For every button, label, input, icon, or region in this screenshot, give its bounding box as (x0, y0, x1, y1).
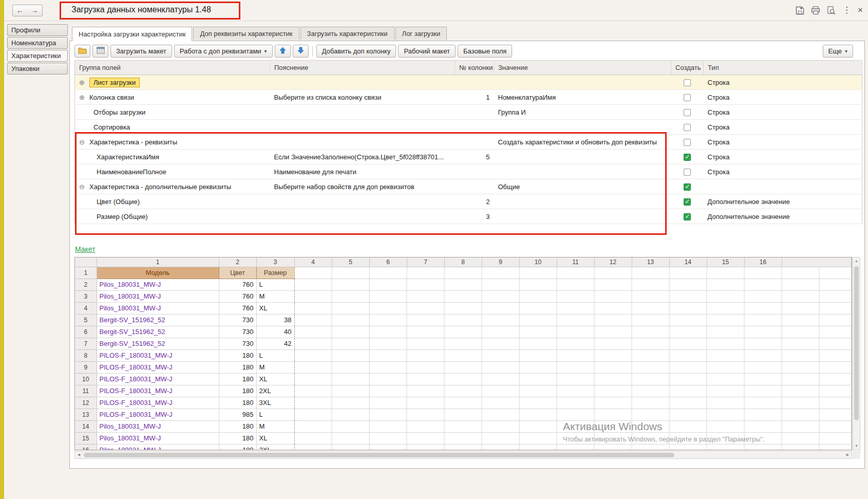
group-cell[interactable]: НаименованиеПолное (75, 164, 270, 179)
table-row[interactable]: Сортировка Строка (75, 120, 862, 135)
sheet-cell-color[interactable]: 180 (219, 444, 256, 450)
work-with-attrs-button[interactable]: Работа с доп реквизитами▾ (174, 45, 273, 58)
create-checkbox[interactable] (684, 169, 691, 176)
sheet-col-header[interactable]: 13 (632, 257, 669, 267)
tab-log-zagruzki[interactable]: Лог загрузки (395, 27, 447, 40)
sheet-cell-model[interactable]: PILOS-F_180031_MW-J (97, 361, 219, 373)
table-row[interactable]: ХарактеристикаИмя Если ЗначениеЗаполнено… (75, 150, 862, 164)
sidebar-item-profili[interactable]: Профили (7, 24, 68, 36)
tab-zagruzit-harakteristiki[interactable]: Загрузить характеристики (300, 27, 394, 40)
sheet-cell-color[interactable]: 180 (219, 397, 256, 409)
show-layout-button[interactable] (92, 45, 108, 58)
sheet-cell-model[interactable]: Bergit-SV_151962_52 (97, 338, 219, 349)
sheet-cell-size[interactable]: XL (256, 302, 294, 314)
sheet-cell-model[interactable]: Pilos_180031_MW-J (97, 279, 219, 290)
sheet-row[interactable]: 7 Bergit-SV_151962_52 730 42 (75, 338, 851, 349)
sheet-empty-cells[interactable] (294, 420, 851, 432)
move-up-button[interactable] (275, 45, 291, 58)
sidebar-item-upakovki[interactable]: Упаковки (7, 63, 68, 75)
sheet-row[interactable]: 14 Pilos_180031_MW-J 180 M (75, 420, 851, 432)
sheet-row-number[interactable]: 13 (75, 409, 97, 420)
tab-dop-rekvizity[interactable]: Доп реквизиты характеристик (193, 27, 299, 40)
sheet-col-header[interactable]: 16 (744, 257, 782, 267)
sheet-row-number[interactable]: 10 (75, 373, 97, 385)
selected-cell-highlight[interactable]: Лист загрузки (89, 78, 140, 87)
value-cell[interactable]: Общие (494, 179, 671, 194)
sheet-row-number[interactable]: 11 (75, 385, 97, 397)
sheet-cell-size[interactable]: 38 (256, 314, 294, 326)
note-cell[interactable]: Выберите набор свойств для доп реквизито… (270, 179, 455, 194)
sheet-cell-color[interactable]: 180 (219, 432, 256, 444)
sheet-empty-cells[interactable] (294, 397, 851, 409)
scroll-down-icon[interactable]: ▼ (853, 442, 860, 450)
working-layout-button[interactable]: Рабочий макет (398, 45, 456, 58)
expand-plus-icon[interactable]: ⊕ (79, 94, 87, 101)
sheet-row[interactable]: 12 PILOS-F_180031_MW-J 180 3XL (75, 397, 851, 409)
colnum-cell[interactable]: 3 (455, 209, 494, 224)
sheet-row[interactable]: 16 Pilos_180031_MW-J 180 2XL (75, 444, 851, 450)
sheet-row[interactable]: 1 Модель Цвет Размер (75, 267, 851, 279)
table-row[interactable]: ⊕Лист загрузки Строка (75, 75, 862, 90)
vertical-scroll-thumb[interactable] (854, 266, 859, 420)
sheet-row[interactable]: 13 PILOS-F_180031_MW-J 985 L (75, 409, 851, 420)
value-cell[interactable]: НоменклатураИмя (494, 90, 671, 105)
sheet-row[interactable]: 3 Pilos_180031_MW-J 760 M (75, 290, 851, 302)
more-button[interactable]: Еще▾ (823, 45, 853, 58)
sheet-col-header[interactable]: 5 (332, 257, 369, 267)
sheet-empty-cells[interactable] (294, 361, 851, 373)
sheet-row[interactable]: 2 Pilos_180031_MW-J 760 L (75, 279, 851, 290)
sheet-row-number[interactable]: 16 (75, 444, 97, 450)
sheet-col-header[interactable]: 3 (256, 257, 294, 267)
expand-plus-icon[interactable]: ⊕ (79, 79, 87, 86)
group-cell[interactable]: ХарактеристикаИмя (75, 150, 270, 164)
sheet-cell-model[interactable]: Pilos_180031_MW-J (97, 420, 219, 432)
create-checkbox[interactable] (684, 139, 691, 146)
sheet-row[interactable]: 9 PILOS-F_180031_MW-J 180 M (75, 361, 851, 373)
sheet-cell-color[interactable]: 180 (219, 385, 256, 397)
sheet-row[interactable]: 4 Pilos_180031_MW-J 760 XL (75, 302, 851, 314)
close-icon[interactable]: × (858, 5, 863, 15)
table-row[interactable]: ⊕Колонка связи Выберите из списка колонк… (75, 90, 862, 105)
sheet-row-number[interactable]: 14 (75, 420, 97, 432)
sheet-cell-size[interactable]: XL (256, 373, 294, 385)
note-cell[interactable]: Если ЗначениеЗаполнено(Строка.Цвет_5f028… (270, 150, 455, 164)
sheet-cell-color[interactable]: 180 (219, 361, 256, 373)
value-cell[interactable]: Создать характеристики и обновить доп ре… (494, 135, 671, 150)
note-cell[interactable] (270, 209, 455, 224)
scroll-up-icon[interactable]: ▲ (853, 257, 860, 265)
sheet-empty-cells[interactable] (294, 409, 851, 420)
sheet-row-number[interactable]: 6 (75, 326, 97, 338)
create-checkbox[interactable] (684, 198, 691, 206)
sheet-cell-color[interactable]: 180 (219, 420, 256, 432)
save-icon[interactable] (796, 6, 804, 15)
colnum-cell[interactable]: 2 (455, 194, 494, 209)
value-cell[interactable]: Группа И (494, 105, 671, 120)
sheet-cell-model[interactable]: Pilos_180031_MW-J (97, 302, 219, 314)
create-checkbox[interactable] (684, 124, 691, 131)
value-cell[interactable] (494, 120, 671, 135)
sheet-vertical-scrollbar[interactable]: ▲ ▼ (853, 257, 860, 450)
sheet-cell-color[interactable]: 180 (219, 349, 256, 361)
create-checkbox[interactable] (684, 154, 691, 161)
sheet-row-number[interactable]: 8 (75, 349, 97, 361)
colnum-cell[interactable] (455, 135, 494, 150)
sheet-row-number[interactable]: 9 (75, 361, 97, 373)
colnum-cell[interactable] (455, 164, 494, 179)
sheet-cell-model[interactable]: Pilos_180031_MW-J (97, 432, 219, 444)
sheet-col-header[interactable]: 15 (707, 257, 744, 267)
value-cell[interactable] (494, 209, 671, 224)
sheet-cell-size[interactable]: M (256, 420, 294, 432)
sheet-cell-color[interactable]: 730 (219, 338, 256, 349)
colnum-cell[interactable] (455, 120, 494, 135)
sheet-row-number[interactable]: 15 (75, 432, 97, 444)
table-row[interactable]: Размер (Общие) 3 Дополнительное значение (75, 209, 862, 224)
horizontal-scroll-thumb[interactable] (84, 453, 674, 457)
note-cell[interactable]: Наименование для печати (270, 164, 455, 179)
sheet-row[interactable]: 6 Bergit-SV_151962_52 730 40 (75, 326, 851, 338)
sheet-empty-cells[interactable] (294, 326, 851, 338)
sheet-horizontal-scrollbar[interactable]: ◀ ▶ (74, 451, 852, 459)
sheet-row[interactable]: 15 Pilos_180031_MW-J 180 XL (75, 432, 851, 444)
table-row[interactable]: Цвет (Общие) 2 Дополнительное значение (75, 194, 862, 209)
note-cell[interactable] (270, 135, 455, 150)
sheet-col-header[interactable]: 12 (594, 257, 632, 267)
